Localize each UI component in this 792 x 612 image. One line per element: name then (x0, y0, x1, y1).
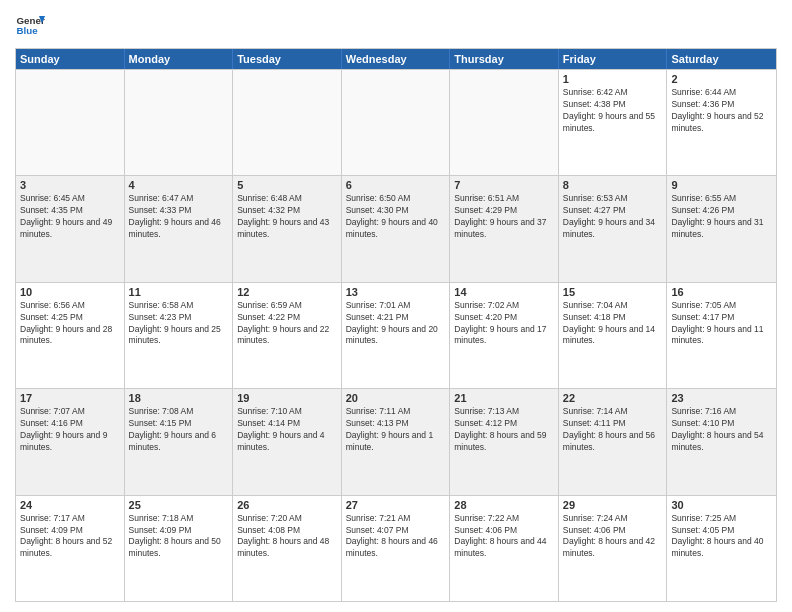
day-cell-28: 28Sunrise: 7:22 AM Sunset: 4:06 PM Dayli… (450, 496, 559, 601)
day-info: Sunrise: 7:01 AM Sunset: 4:21 PM Dayligh… (346, 300, 446, 348)
day-cell-2: 2Sunrise: 6:44 AM Sunset: 4:36 PM Daylig… (667, 70, 776, 175)
day-info: Sunrise: 7:22 AM Sunset: 4:06 PM Dayligh… (454, 513, 554, 561)
day-info: Sunrise: 7:04 AM Sunset: 4:18 PM Dayligh… (563, 300, 663, 348)
page-header: General Blue (15, 10, 777, 40)
day-cell-18: 18Sunrise: 7:08 AM Sunset: 4:15 PM Dayli… (125, 389, 234, 494)
day-info: Sunrise: 7:18 AM Sunset: 4:09 PM Dayligh… (129, 513, 229, 561)
day-info: Sunrise: 6:55 AM Sunset: 4:26 PM Dayligh… (671, 193, 772, 241)
day-info: Sunrise: 7:16 AM Sunset: 4:10 PM Dayligh… (671, 406, 772, 454)
day-cell-8: 8Sunrise: 6:53 AM Sunset: 4:27 PM Daylig… (559, 176, 668, 281)
day-info: Sunrise: 7:13 AM Sunset: 4:12 PM Dayligh… (454, 406, 554, 454)
day-number: 19 (237, 392, 337, 404)
day-number: 2 (671, 73, 772, 85)
header-cell-thursday: Thursday (450, 49, 559, 69)
day-cell-4: 4Sunrise: 6:47 AM Sunset: 4:33 PM Daylig… (125, 176, 234, 281)
day-number: 16 (671, 286, 772, 298)
header-cell-wednesday: Wednesday (342, 49, 451, 69)
day-cell-12: 12Sunrise: 6:59 AM Sunset: 4:22 PM Dayli… (233, 283, 342, 388)
day-info: Sunrise: 6:48 AM Sunset: 4:32 PM Dayligh… (237, 193, 337, 241)
day-cell-25: 25Sunrise: 7:18 AM Sunset: 4:09 PM Dayli… (125, 496, 234, 601)
day-info: Sunrise: 7:11 AM Sunset: 4:13 PM Dayligh… (346, 406, 446, 454)
day-info: Sunrise: 7:25 AM Sunset: 4:05 PM Dayligh… (671, 513, 772, 561)
calendar: SundayMondayTuesdayWednesdayThursdayFrid… (15, 48, 777, 602)
logo-icon: General Blue (15, 10, 45, 40)
day-info: Sunrise: 6:51 AM Sunset: 4:29 PM Dayligh… (454, 193, 554, 241)
day-info: Sunrise: 6:53 AM Sunset: 4:27 PM Dayligh… (563, 193, 663, 241)
day-cell-11: 11Sunrise: 6:58 AM Sunset: 4:23 PM Dayli… (125, 283, 234, 388)
day-cell-27: 27Sunrise: 7:21 AM Sunset: 4:07 PM Dayli… (342, 496, 451, 601)
day-info: Sunrise: 6:45 AM Sunset: 4:35 PM Dayligh… (20, 193, 120, 241)
day-number: 25 (129, 499, 229, 511)
day-info: Sunrise: 6:59 AM Sunset: 4:22 PM Dayligh… (237, 300, 337, 348)
day-cell-7: 7Sunrise: 6:51 AM Sunset: 4:29 PM Daylig… (450, 176, 559, 281)
empty-cell (16, 70, 125, 175)
svg-text:Blue: Blue (17, 25, 39, 36)
day-number: 6 (346, 179, 446, 191)
calendar-body: 1Sunrise: 6:42 AM Sunset: 4:38 PM Daylig… (16, 69, 776, 601)
day-number: 27 (346, 499, 446, 511)
day-cell-14: 14Sunrise: 7:02 AM Sunset: 4:20 PM Dayli… (450, 283, 559, 388)
day-info: Sunrise: 6:47 AM Sunset: 4:33 PM Dayligh… (129, 193, 229, 241)
day-cell-17: 17Sunrise: 7:07 AM Sunset: 4:16 PM Dayli… (16, 389, 125, 494)
day-number: 9 (671, 179, 772, 191)
day-info: Sunrise: 7:02 AM Sunset: 4:20 PM Dayligh… (454, 300, 554, 348)
day-number: 18 (129, 392, 229, 404)
header-cell-saturday: Saturday (667, 49, 776, 69)
day-info: Sunrise: 7:05 AM Sunset: 4:17 PM Dayligh… (671, 300, 772, 348)
day-info: Sunrise: 7:17 AM Sunset: 4:09 PM Dayligh… (20, 513, 120, 561)
empty-cell (450, 70, 559, 175)
day-cell-19: 19Sunrise: 7:10 AM Sunset: 4:14 PM Dayli… (233, 389, 342, 494)
calendar-row-5: 24Sunrise: 7:17 AM Sunset: 4:09 PM Dayli… (16, 495, 776, 601)
day-info: Sunrise: 7:14 AM Sunset: 4:11 PM Dayligh… (563, 406, 663, 454)
calendar-row-1: 1Sunrise: 6:42 AM Sunset: 4:38 PM Daylig… (16, 69, 776, 175)
day-cell-13: 13Sunrise: 7:01 AM Sunset: 4:21 PM Dayli… (342, 283, 451, 388)
day-info: Sunrise: 7:21 AM Sunset: 4:07 PM Dayligh… (346, 513, 446, 561)
day-number: 7 (454, 179, 554, 191)
day-cell-20: 20Sunrise: 7:11 AM Sunset: 4:13 PM Dayli… (342, 389, 451, 494)
day-number: 5 (237, 179, 337, 191)
calendar-row-2: 3Sunrise: 6:45 AM Sunset: 4:35 PM Daylig… (16, 175, 776, 281)
calendar-row-4: 17Sunrise: 7:07 AM Sunset: 4:16 PM Dayli… (16, 388, 776, 494)
day-number: 13 (346, 286, 446, 298)
day-number: 17 (20, 392, 120, 404)
calendar-header: SundayMondayTuesdayWednesdayThursdayFrid… (16, 49, 776, 69)
day-cell-29: 29Sunrise: 7:24 AM Sunset: 4:06 PM Dayli… (559, 496, 668, 601)
day-cell-30: 30Sunrise: 7:25 AM Sunset: 4:05 PM Dayli… (667, 496, 776, 601)
day-number: 26 (237, 499, 337, 511)
day-info: Sunrise: 7:10 AM Sunset: 4:14 PM Dayligh… (237, 406, 337, 454)
day-info: Sunrise: 7:24 AM Sunset: 4:06 PM Dayligh… (563, 513, 663, 561)
day-number: 14 (454, 286, 554, 298)
day-cell-1: 1Sunrise: 6:42 AM Sunset: 4:38 PM Daylig… (559, 70, 668, 175)
day-number: 22 (563, 392, 663, 404)
day-number: 29 (563, 499, 663, 511)
day-cell-3: 3Sunrise: 6:45 AM Sunset: 4:35 PM Daylig… (16, 176, 125, 281)
day-cell-15: 15Sunrise: 7:04 AM Sunset: 4:18 PM Dayli… (559, 283, 668, 388)
day-info: Sunrise: 7:20 AM Sunset: 4:08 PM Dayligh… (237, 513, 337, 561)
day-number: 24 (20, 499, 120, 511)
day-info: Sunrise: 7:08 AM Sunset: 4:15 PM Dayligh… (129, 406, 229, 454)
day-number: 4 (129, 179, 229, 191)
logo: General Blue (15, 10, 45, 40)
day-number: 23 (671, 392, 772, 404)
day-cell-10: 10Sunrise: 6:56 AM Sunset: 4:25 PM Dayli… (16, 283, 125, 388)
day-cell-22: 22Sunrise: 7:14 AM Sunset: 4:11 PM Dayli… (559, 389, 668, 494)
day-number: 30 (671, 499, 772, 511)
header-cell-sunday: Sunday (16, 49, 125, 69)
day-number: 21 (454, 392, 554, 404)
day-cell-24: 24Sunrise: 7:17 AM Sunset: 4:09 PM Dayli… (16, 496, 125, 601)
day-number: 20 (346, 392, 446, 404)
day-number: 8 (563, 179, 663, 191)
day-cell-21: 21Sunrise: 7:13 AM Sunset: 4:12 PM Dayli… (450, 389, 559, 494)
day-cell-23: 23Sunrise: 7:16 AM Sunset: 4:10 PM Dayli… (667, 389, 776, 494)
day-info: Sunrise: 6:58 AM Sunset: 4:23 PM Dayligh… (129, 300, 229, 348)
empty-cell (233, 70, 342, 175)
day-cell-16: 16Sunrise: 7:05 AM Sunset: 4:17 PM Dayli… (667, 283, 776, 388)
day-number: 15 (563, 286, 663, 298)
day-number: 10 (20, 286, 120, 298)
day-cell-9: 9Sunrise: 6:55 AM Sunset: 4:26 PM Daylig… (667, 176, 776, 281)
header-cell-monday: Monday (125, 49, 234, 69)
day-cell-5: 5Sunrise: 6:48 AM Sunset: 4:32 PM Daylig… (233, 176, 342, 281)
day-number: 12 (237, 286, 337, 298)
header-cell-tuesday: Tuesday (233, 49, 342, 69)
day-info: Sunrise: 6:56 AM Sunset: 4:25 PM Dayligh… (20, 300, 120, 348)
